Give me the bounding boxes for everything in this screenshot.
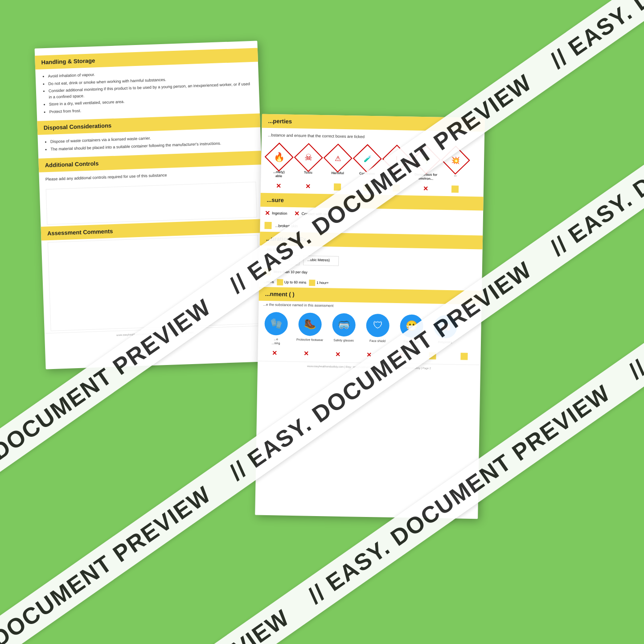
check-safety-glasses: ✕ <box>324 350 352 358</box>
contact-label: Contact with skin <box>301 211 330 216</box>
ingestion-item: ✕ Ingestion <box>265 209 287 217</box>
additional-text: Please add any additional controls requi… <box>45 173 167 182</box>
ghs-corrosive-icon: 🧪 <box>353 144 382 173</box>
page2-footer: www.easyhealthandsafety.com | Etsy : eas… <box>258 361 480 372</box>
dur-1h-label: 1 hour+ <box>316 281 329 285</box>
ppe-respirator: 🫁 Respirator <box>430 315 461 344</box>
additional-empty-area <box>46 181 258 224</box>
check-extra <box>442 185 468 193</box>
duration-section: ...uration of Ex... ...ing to be used? .… <box>259 231 483 291</box>
ghs-health-icon: ! <box>382 144 411 173</box>
ghs-toxic-icon: ☠ <box>294 143 323 172</box>
broken-skin-label: ...broken skin <box>275 223 298 228</box>
check-face-mask: ✕ <box>387 351 415 359</box>
main-container: Handling & Storage Avoid inhalation of v… <box>0 0 644 644</box>
document-page-2: ...perties ...bstance and ensure that th… <box>255 114 485 519</box>
mins-label: ...mins <box>263 280 274 284</box>
ghs-environment-icon: 🌱 <box>412 145 441 174</box>
ppe-section: ...nment ( ) ...e the substance named in… <box>258 287 482 363</box>
check-face-shield: ✕ <box>355 351 383 358</box>
ghs-flammable: 🔥 ...mely)able <box>265 146 292 178</box>
ppe-face-mask-icon: 😷 <box>400 314 423 338</box>
check-health <box>383 184 410 192</box>
comments-empty-area <box>48 234 261 331</box>
check-extra-ppe <box>450 353 478 360</box>
check-ppe-partial: ✕ <box>260 349 288 357</box>
dur-60-label: Up to 60 mins <box>284 280 307 285</box>
broken-skin-item: ...broken skin <box>264 222 298 229</box>
ingestion-label: Ingestion <box>272 211 287 216</box>
ppe-face-shield-icon: 🛡 <box>366 313 390 337</box>
handling-section: Handling & Storage Avoid inhalation of v… <box>35 48 260 121</box>
ghs-harmful-icon: ⚠ <box>324 144 353 172</box>
ppe-footwear: 🥾 Protective footwear <box>295 312 325 342</box>
comments-section: Assessment Comments <box>41 219 267 331</box>
ghs-flammable-icon: 🔥 <box>265 142 294 171</box>
ppe-safety-glasses: 🥽 Safety glasses <box>328 313 359 342</box>
ghs-environment: 🌱 Dangerous for environ... <box>412 149 439 180</box>
ghs-corrosive: 🧪 Corrosive <box>354 148 381 176</box>
ghs-extra: 💥 ... <box>442 149 469 177</box>
check-flammable: ✕ <box>265 182 292 189</box>
exposure-section: ...sure ✕ Ingestion ✕ Contact with skin … <box>260 193 483 235</box>
ghs-icons-row: 🔥 ...mely)able ☠ Toxic ⚠ Harmful <box>261 143 484 185</box>
ppe-face-shield: 🛡 Face shield <box>362 313 393 343</box>
ghs-toxic: ☠ Toxic <box>295 147 322 175</box>
properties-section: ...perties ...bstance and ensure that th… <box>261 114 485 197</box>
check-respirator <box>418 352 447 360</box>
check-footwear: ✕ <box>292 350 320 357</box>
ghs-health: ! Human Health <box>383 148 410 176</box>
document-page-1: Handling & Storage Avoid inhalation of v… <box>35 41 269 369</box>
ppe-icons-row: 🧤 ...e...ning 🥾 Protective footwear 🥽 Sa… <box>258 308 481 352</box>
ppe-safety-glasses-icon: 🥽 <box>332 313 356 336</box>
ppe-face-mask: 😷 Face mask <box>396 314 427 344</box>
freq-label: More than 10 per day <box>274 270 308 274</box>
ppe-partial-icon: 🧤 <box>264 312 288 335</box>
check-harmful <box>324 183 351 191</box>
ppe-respirator-icon: 🫁 <box>434 315 457 338</box>
ghs-harmful: ⚠ Harmful <box>324 148 352 175</box>
handling-content: Avoid inhalation of vapour. Do not eat, … <box>35 62 260 121</box>
ppe-footwear-icon: 🥾 <box>298 312 322 336</box>
ppe-partial-item: 🧤 ...e...ning <box>261 312 291 345</box>
contact-item: ✕ Contact with skin <box>294 210 330 217</box>
check-environment: ✕ <box>412 185 439 192</box>
additional-section: Additional Controls Please add any addit… <box>38 151 263 225</box>
check-corrosive <box>353 184 380 191</box>
ghs-extra-icon: 💥 <box>441 145 470 174</box>
dur-60: Up to 60 mins <box>277 279 307 286</box>
qty-small: ...mall (Milli...) <box>264 254 299 265</box>
qty-large: ...ubic Metres) <box>303 255 339 266</box>
dur-1h: 1 hour+ <box>309 279 329 286</box>
check-toxic: ✕ <box>295 183 321 190</box>
